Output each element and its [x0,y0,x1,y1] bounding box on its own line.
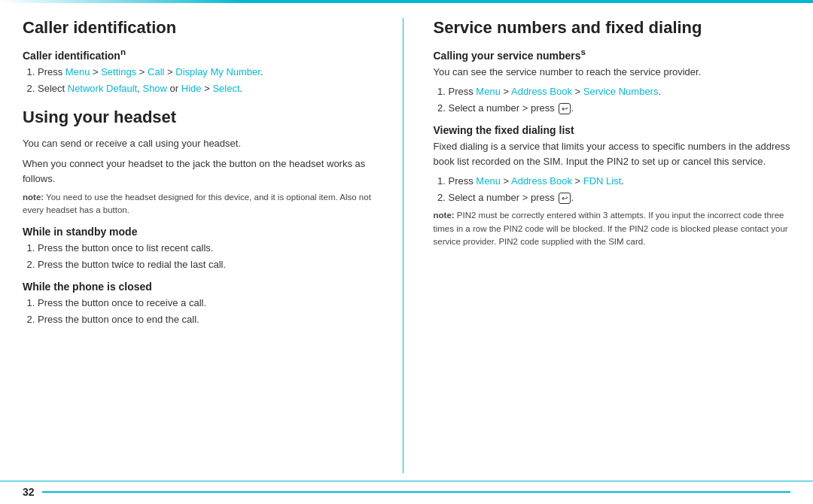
menu-link[interactable]: Menu [65,66,90,77]
fdn-steps: Press Menu > Address Book > FDN List. Se… [434,174,791,205]
fdn-step1: Press Menu > Address Book > FDN List. [449,174,791,189]
settings-link[interactable]: Settings [101,66,136,77]
bottom-accent-line [42,491,790,493]
bottom-bar: 32 [0,481,813,504]
fixed-dialing-desc: Fixed dialing is a service that limits y… [434,139,791,169]
standby-step2: Press the button twice to redial the las… [38,257,380,272]
fdn-addressbook-link[interactable]: Address Book [511,175,572,187]
address-book-link[interactable]: Address Book [511,86,572,97]
service-numbers-desc: You can see the service number to reach … [434,65,791,80]
caller-id-step1: Press Menu > Settings > Call > Display M… [38,65,380,80]
caller-id-steps: Press Menu > Settings > Call > Display M… [23,65,380,96]
headset-heading: Using your headset [23,108,380,127]
page-container: Caller identification Caller identificat… [0,0,813,504]
service-numbers-subsection: Calling your service numberss You can se… [434,47,791,115]
standby-steps: Press the button once to list recent cal… [23,241,380,272]
hide-link[interactable]: Hide [181,83,202,94]
standby-step1: Press the button once to list recent cal… [38,241,380,256]
caller-id-superscript: n [120,47,126,56]
fixed-dialing-subsection: Viewing the fixed dialing list Fixed dia… [434,124,791,248]
fdn-list-link[interactable]: FDN List [583,175,622,187]
service-numbers-sub-heading: Calling your service numberss [434,47,791,62]
fdn-step2: Select a number > press ↩. [449,190,791,205]
display-my-number-link[interactable]: Display My Number [175,66,260,77]
service-numbers-steps: Press Menu > Address Book > Service Numb… [434,84,791,115]
pin2-note: note: PIN2 must be correctly entered wit… [434,209,791,248]
phone-closed-steps: Press the button once to receive a call.… [23,296,380,326]
send-button-icon: ↩ [559,103,571,114]
caller-id-step2: Select Network Default, Show or Hide > S… [38,81,380,96]
fdn-send-icon: ↩ [559,193,571,204]
svc-step1: Press Menu > Address Book > Service Numb… [449,84,791,99]
call-link[interactable]: Call [148,66,164,77]
phone-closed-step2: Press the button once to end the call. [38,312,380,327]
service-superscript: s [581,47,586,56]
svc-menu-link[interactable]: Menu [476,86,501,97]
service-numbers-heading: Service numbers and fixed dialing [434,18,791,38]
svc-step2: Select a number > press ↩. [449,101,791,116]
service-numbers-link[interactable]: Service Numbers [583,86,659,97]
phone-closed-heading: While the phone is closed [23,281,380,293]
headset-desc2: When you connect your headset to the jac… [23,156,380,187]
standby-heading: While in standby mode [23,226,380,238]
caller-id-heading: Caller identification [23,18,380,38]
headset-note: note: You need to use the headset design… [23,191,380,217]
headset-desc1: You can send or receive a call using you… [23,136,380,151]
phone-closed-step1: Press the button once to receive a call. [38,296,380,311]
phone-closed-section: While the phone is closed Press the butt… [23,281,380,326]
fdn-menu-link[interactable]: Menu [476,175,501,187]
caller-id-subsection: Caller identificationn Press Menu > Sett… [23,47,380,96]
network-default-link[interactable]: Network Default [68,83,137,94]
standby-section: While in standby mode Press the button o… [23,226,380,272]
caller-id-sub-heading: Caller identificationn [23,47,380,62]
content-area: Caller identification Caller identificat… [0,3,813,481]
select-link[interactable]: Select [212,83,239,94]
right-column: Service numbers and fixed dialing Callin… [426,18,791,473]
show-link[interactable]: Show [142,83,167,94]
page-number: 32 [23,486,35,498]
fixed-dialing-heading: Viewing the fixed dialing list [434,124,791,136]
left-column: Caller identification Caller identificat… [23,18,403,473]
